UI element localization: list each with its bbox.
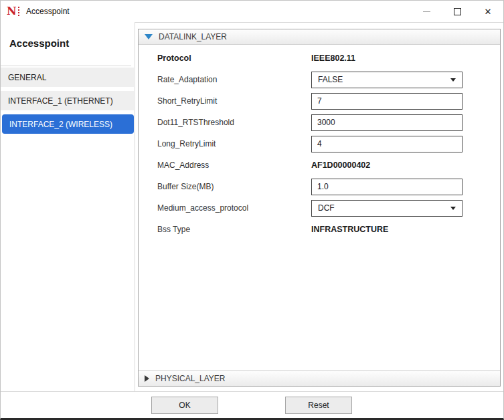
field-row-bss-type: Bss TypeINFRASTRUCTURE [139,219,500,240]
section-label-datalink: DATALINK_LAYER [159,32,227,41]
dot11-rtsthreshold-label: Dot11_RTSThreshold [139,118,311,127]
dialog-body: Accesspoint GENERALINTERFACE_1 (ETHERNET… [1,22,503,391]
sidebar-divider [1,66,131,66]
close-icon: ✕ [485,7,492,16]
short-retrylimit-input[interactable] [311,93,463,110]
main-area: DATALINK_LAYER ProtocolIEEE802.11Rate_Ad… [135,22,503,391]
dropdown-caret-icon [450,78,456,82]
rate-adaptation-select[interactable]: FALSE [311,72,463,88]
short-retrylimit-label: Short_RetryLimit [139,96,311,106]
sidebar-item-interface-1-ethernet[interactable]: INTERFACE_1 (ETHERNET) [1,91,134,110]
window-title: Accesspoint [26,7,70,16]
netsim-logo-icon: N [7,6,19,17]
medium-access-protocol-select[interactable]: DCF [311,200,463,217]
field-row-long-retrylimit: Long_RetryLimit [139,133,500,154]
accesspoint-dialog: N Accesspoint ✕ Accesspoint GENERALINTER… [0,0,504,420]
field-row-short-retrylimit: Short_RetryLimit [139,90,500,112]
field-row-rate-adaptation: Rate_AdaptationFALSE [139,69,500,90]
field-row-dot11-rtsthreshold: Dot11_RTSThreshold [139,112,500,133]
minimize-button[interactable] [411,1,442,22]
field-row-mac-address: MAC_AddressAF1D00000402 [139,154,500,176]
section-header-physical-layer[interactable]: PHYSICAL_LAYER [139,371,500,386]
field-row-medium-access-protocol: Medium_access_protocolDCF [139,197,500,219]
section-label-physical: PHYSICAL_LAYER [155,374,226,383]
sidebar-list: GENERALINTERFACE_1 (ETHERNET)INTERFACE_2… [1,68,135,134]
field-row-buffer-size-mb: Buffer Size(MB) [139,176,500,197]
maximize-button[interactable] [442,1,473,22]
footer-bar: OK Reset [1,391,503,418]
title-bar: N Accesspoint ✕ [1,1,503,22]
mac-address-value: AF1D00000402 [311,161,370,170]
collapsed-triangle-icon [145,375,149,382]
minimize-icon [423,11,430,12]
window-controls: ✕ [411,1,503,22]
long-retrylimit-label: Long_RetryLimit [139,139,311,148]
buffer-size-mb-input[interactable] [311,179,463,195]
medium-access-protocol-label: Medium_access_protocol [139,203,311,213]
rate-adaptation-selected-value: FALSE [318,75,343,84]
dot11-rtsthreshold-input[interactable] [311,114,463,131]
bss-type-label: Bss Type [139,225,311,234]
sidebar-heading: Accesspoint [9,37,135,49]
maximize-icon [454,8,461,15]
expanded-triangle-icon [145,34,153,39]
close-button[interactable]: ✕ [473,1,503,22]
protocol-value: IEEE802.11 [311,54,355,63]
properties-panel: DATALINK_LAYER ProtocolIEEE802.11Rate_Ad… [138,29,501,387]
reset-button[interactable]: Reset [285,397,352,414]
bss-type-value: INFRASTRUCTURE [311,225,388,234]
ok-button[interactable]: OK [151,397,218,414]
protocol-label: Protocol [139,54,311,63]
medium-access-protocol-selected-value: DCF [318,203,335,213]
dropdown-caret-icon [450,207,456,210]
section-header-datalink-layer[interactable]: DATALINK_LAYER [139,29,500,45]
sidebar-item-general[interactable]: GENERAL [1,68,134,87]
long-retrylimit-input[interactable] [311,136,463,152]
sidebar: Accesspoint GENERALINTERFACE_1 (ETHERNET… [1,22,135,391]
field-row-protocol: ProtocolIEEE802.11 [139,47,500,69]
mac-address-label: MAC_Address [139,161,311,170]
datalink-form: ProtocolIEEE802.11Rate_AdaptationFALSESh… [139,45,500,240]
rate-adaptation-label: Rate_Adaptation [139,75,311,84]
sidebar-item-interface-2-wireless[interactable]: INTERFACE_2 (WIRELESS) [2,114,134,134]
buffer-size-mb-label: Buffer Size(MB) [139,182,311,191]
